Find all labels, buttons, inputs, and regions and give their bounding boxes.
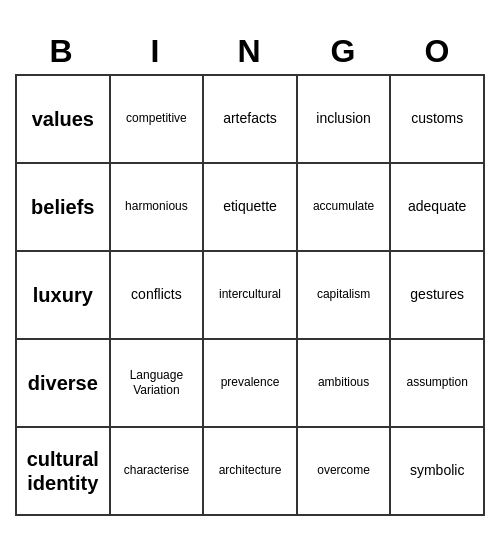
bingo-cell-r2-c4: gestures xyxy=(391,252,485,340)
bingo-cell-r3-c2: prevalence xyxy=(204,340,298,428)
bingo-cell-r1-c4: adequate xyxy=(391,164,485,252)
bingo-cell-r2-c1: conflicts xyxy=(111,252,205,340)
bingo-cell-r4-c4: symbolic xyxy=(391,428,485,516)
bingo-cell-r0-c3: inclusion xyxy=(298,76,392,164)
cell-text: assumption xyxy=(407,375,468,389)
cell-text: gestures xyxy=(410,286,464,303)
cell-text: ambitious xyxy=(318,375,369,389)
bingo-cell-r1-c2: etiquette xyxy=(204,164,298,252)
cell-text: overcome xyxy=(317,463,370,477)
bingo-cell-r1-c3: accumulate xyxy=(298,164,392,252)
bingo-cell-r0-c2: artefacts xyxy=(204,76,298,164)
bingo-cell-r4-c2: architecture xyxy=(204,428,298,516)
cell-text: competitive xyxy=(126,111,187,125)
bingo-cell-r1-c0: beliefs xyxy=(17,164,111,252)
bingo-cell-r3-c1: Language Variation xyxy=(111,340,205,428)
cell-text: adequate xyxy=(408,198,466,215)
cell-text: harmonious xyxy=(125,199,188,213)
bingo-cell-r4-c0: cultural identity xyxy=(17,428,111,516)
bingo-cell-r2-c2: intercultural xyxy=(204,252,298,340)
cell-text: accumulate xyxy=(313,199,374,213)
cell-text: luxury xyxy=(33,283,93,307)
header-letter-g: G xyxy=(297,29,391,74)
bingo-cell-r2-c0: luxury xyxy=(17,252,111,340)
bingo-cell-r3-c0: diverse xyxy=(17,340,111,428)
bingo-cell-r3-c3: ambitious xyxy=(298,340,392,428)
cell-text: symbolic xyxy=(410,462,464,479)
bingo-cell-r3-c4: assumption xyxy=(391,340,485,428)
cell-text: conflicts xyxy=(131,286,182,303)
cell-text: values xyxy=(32,107,94,131)
bingo-cell-r4-c3: overcome xyxy=(298,428,392,516)
bingo-cell-r0-c0: values xyxy=(17,76,111,164)
cell-text: Language Variation xyxy=(115,368,199,397)
header-letter-b: B xyxy=(15,29,109,74)
cell-text: capitalism xyxy=(317,287,370,301)
cell-text: architecture xyxy=(219,463,282,477)
bingo-cell-r0-c4: customs xyxy=(391,76,485,164)
header-letter-n: N xyxy=(203,29,297,74)
cell-text: intercultural xyxy=(219,287,281,301)
header-letter-i: I xyxy=(109,29,203,74)
cell-text: etiquette xyxy=(223,198,277,215)
bingo-cell-r0-c1: competitive xyxy=(111,76,205,164)
bingo-header: BINGO xyxy=(15,29,485,74)
bingo-cell-r4-c1: characterise xyxy=(111,428,205,516)
bingo-card: BINGO valuescompetitiveartefactsinclusio… xyxy=(15,29,485,516)
bingo-cell-r1-c1: harmonious xyxy=(111,164,205,252)
cell-text: customs xyxy=(411,110,463,127)
cell-text: cultural identity xyxy=(21,447,105,495)
cell-text: artefacts xyxy=(223,110,277,127)
bingo-cell-r2-c3: capitalism xyxy=(298,252,392,340)
bingo-grid: valuescompetitiveartefactsinclusioncusto… xyxy=(15,74,485,516)
cell-text: beliefs xyxy=(31,195,94,219)
cell-text: characterise xyxy=(124,463,189,477)
header-letter-o: O xyxy=(391,29,485,74)
cell-text: inclusion xyxy=(316,110,370,127)
cell-text: prevalence xyxy=(221,375,280,389)
cell-text: diverse xyxy=(28,371,98,395)
